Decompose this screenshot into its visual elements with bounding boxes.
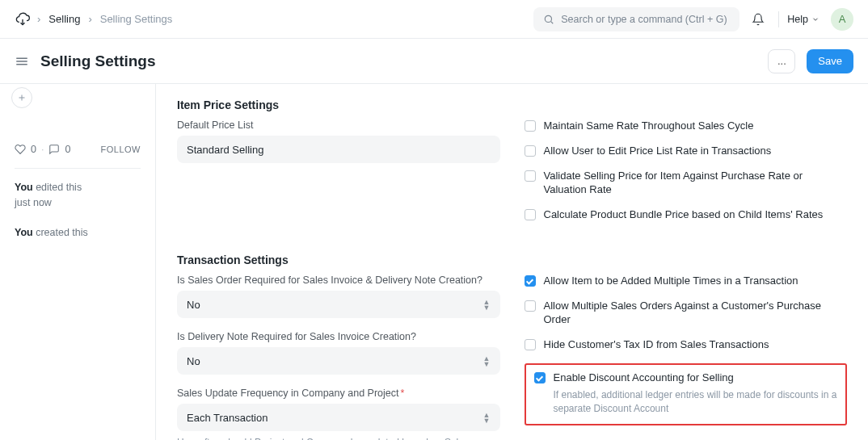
field-label: Is Sales Order Required for Sales Invoic… <box>177 274 500 286</box>
check-row[interactable]: Allow User to Edit Price List Rate in Tr… <box>525 145 848 158</box>
item-price-checks: Maintain Same Rate Throughout Sales Cycl… <box>525 119 848 233</box>
main-content: Item Price Settings Default Price List S… <box>155 84 868 440</box>
follow-button[interactable]: FOLLOW <box>101 145 141 154</box>
check-label: Maintain Same Rate Throughout Sales Cycl… <box>544 119 754 133</box>
social-row: 0 · 0 FOLLOW <box>15 144 141 155</box>
avatar[interactable]: A <box>831 8 853 31</box>
help-label: Help <box>787 14 808 25</box>
checkbox-icon <box>525 170 536 182</box>
svg-point-0 <box>546 15 552 22</box>
check-row[interactable]: Hide Customer's Tax ID from Sales Transa… <box>525 338 848 352</box>
notifications-button[interactable] <box>746 13 770 26</box>
field-help: How often should Project and Company be … <box>177 436 500 440</box>
plus-icon <box>17 93 27 103</box>
heart-icon[interactable] <box>15 144 26 155</box>
section-item-price: Item Price Settings Default Price List S… <box>177 98 847 233</box>
menu-icon <box>15 54 29 69</box>
checkbox-icon <box>525 209 536 220</box>
field-default-price-list: Default Price List Standard Selling <box>177 119 500 163</box>
activity-item: You created this <box>15 225 141 241</box>
help-menu[interactable]: Help <box>787 14 820 25</box>
sidebar-toggle-button[interactable] <box>15 54 29 69</box>
checkbox-icon <box>525 145 536 157</box>
highlighted-box: Enable Discount Accounting for Selling I… <box>525 363 848 425</box>
search-input[interactable]: Search or type a command (Ctrl + G) <box>533 7 739 31</box>
check-label: Enable Discount Accounting for Selling <box>554 371 838 385</box>
field-label: Default Price List <box>177 119 500 131</box>
check-label: Allow Item to be Added Multiple Times in… <box>544 274 798 288</box>
check-row[interactable]: Validate Selling Price for Item Against … <box>525 170 848 197</box>
section-transaction: Transaction Settings Is Sales Order Requ… <box>177 254 847 440</box>
checkbox-icon <box>534 372 546 383</box>
comment-count: 0 <box>65 144 70 155</box>
so-required-select[interactable]: No ▲▼ <box>177 291 500 318</box>
checkbox-icon <box>525 300 536 312</box>
sidebar: 0 · 0 FOLLOW You edited this just now Yo… <box>0 84 155 440</box>
transaction-checks: Allow Item to be Added Multiple Times in… <box>525 274 848 352</box>
check-description: If enabled, additional ledger entries wi… <box>554 388 838 416</box>
divider <box>778 11 779 27</box>
check-label: Allow User to Edit Price List Rate in Tr… <box>544 145 772 158</box>
app-logo-icon[interactable] <box>15 11 31 27</box>
dot-separator: · <box>41 144 44 155</box>
chevron-right-icon: › <box>37 13 40 25</box>
breadcrumb-current: Selling Settings <box>100 13 173 25</box>
checkbox-icon <box>525 275 536 287</box>
section-title: Transaction Settings <box>177 254 847 266</box>
more-actions-button[interactable]: ... <box>768 49 795 73</box>
add-button[interactable] <box>11 87 32 108</box>
check-label: Calculate Product Bundle Price based on … <box>544 208 824 222</box>
breadcrumb-selling[interactable]: Selling <box>48 13 80 25</box>
save-button[interactable]: Save <box>807 49 853 73</box>
activity-item: You edited this just now <box>15 180 141 211</box>
check-label: Hide Customer's Tax ID from Sales Transa… <box>544 338 769 352</box>
select-caret-icon: ▲▼ <box>483 300 491 310</box>
check-row[interactable]: Maintain Same Rate Throughout Sales Cycl… <box>525 119 848 133</box>
sales-update-freq-select[interactable]: Each Transaction ▲▼ <box>177 404 500 431</box>
field-sales-update-freq: Sales Update Frequency in Company and Pr… <box>177 388 500 440</box>
chevron-right-icon: › <box>88 13 91 25</box>
field-so-required: Is Sales Order Required for Sales Invoic… <box>177 274 500 318</box>
search-icon <box>543 14 554 25</box>
default-price-list-input[interactable]: Standard Selling <box>177 136 500 163</box>
breadcrumb: › Selling › Selling Settings <box>37 13 172 25</box>
bell-icon <box>752 13 765 26</box>
select-caret-icon: ▲▼ <box>483 356 491 367</box>
chevron-down-icon <box>811 15 820 23</box>
page-title: Selling Settings <box>40 52 156 70</box>
check-label: Allow Multiple Sales Orders Against a Cu… <box>544 300 848 327</box>
field-dn-required: Is Delivery Note Required for Sales Invo… <box>177 331 500 375</box>
check-row[interactable]: Calculate Product Bundle Price based on … <box>525 208 848 222</box>
field-label: Is Delivery Note Required for Sales Invo… <box>177 331 500 342</box>
svg-line-1 <box>551 21 554 23</box>
divider <box>15 168 141 169</box>
required-indicator: * <box>400 388 404 399</box>
field-label: Sales Update Frequency in Company and Pr… <box>177 388 500 399</box>
checkbox-icon <box>525 120 536 132</box>
check-row[interactable]: Allow Multiple Sales Orders Against a Cu… <box>525 300 848 327</box>
checkbox-icon <box>525 339 536 350</box>
like-count: 0 <box>31 144 36 155</box>
check-row[interactable]: Allow Item to be Added Multiple Times in… <box>525 274 848 288</box>
comment-icon[interactable] <box>48 144 60 155</box>
check-label: Validate Selling Price for Item Against … <box>544 170 848 197</box>
dn-required-select[interactable]: No ▲▼ <box>177 347 500 375</box>
select-caret-icon: ▲▼ <box>483 413 491 423</box>
top-bar: › Selling › Selling Settings Search or t… <box>0 0 868 39</box>
search-placeholder: Search or type a command (Ctrl + G) <box>561 14 727 25</box>
page-header: Selling Settings ... Save <box>0 39 868 84</box>
check-enable-discount-accounting[interactable]: Enable Discount Accounting for Selling I… <box>534 371 838 415</box>
page-body: 0 · 0 FOLLOW You edited this just now Yo… <box>0 84 868 440</box>
section-title: Item Price Settings <box>177 98 847 111</box>
